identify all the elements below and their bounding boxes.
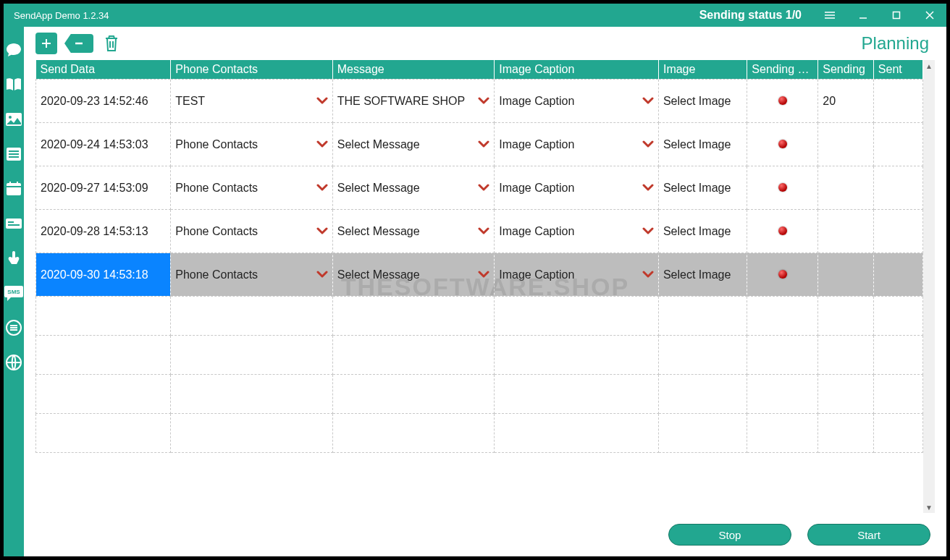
cell-text: Select Message — [337, 225, 420, 238]
col-sent[interactable]: Sent — [873, 60, 922, 80]
sms-icon[interactable]: SMS — [4, 283, 24, 303]
cell-phone-contacts[interactable]: Phone Contacts — [171, 123, 333, 166]
cell-message[interactable]: Select Message — [332, 210, 495, 253]
chevron-down-icon[interactable] — [478, 268, 489, 281]
app-window: SendApp Demo 1.2.34 Sending status 1/0 — [4, 4, 946, 556]
table-row[interactable]: 2020-09-23 14:52:46TESTTHE SOFTWARE SHOP… — [36, 80, 923, 123]
cell-image[interactable]: Select Image — [658, 123, 747, 166]
globe-icon[interactable] — [4, 352, 24, 373]
toolbar: Planning — [24, 27, 946, 60]
chevron-down-icon[interactable] — [642, 95, 654, 108]
svg-text:SMS: SMS — [7, 289, 20, 295]
maximize-button[interactable] — [880, 4, 913, 27]
cell-sending-status — [747, 166, 818, 210]
chat-icon[interactable] — [4, 40, 24, 60]
cell-message[interactable]: THE SOFTWARE SHOP — [332, 80, 495, 123]
cell-image[interactable]: Select Image — [658, 253, 747, 297]
cell-image-caption[interactable]: Image Caption — [495, 253, 659, 297]
table-row[interactable]: 2020-09-24 14:53:03Phone ContactsSelect … — [36, 123, 923, 166]
svg-rect-6 — [17, 182, 18, 184]
chevron-down-icon[interactable] — [478, 225, 489, 238]
col-phone-contacts[interactable]: Phone Contacts — [171, 60, 333, 80]
cell-send-data[interactable]: 2020-09-30 14:53:18 — [36, 253, 171, 297]
remove-button[interactable] — [64, 34, 93, 53]
col-sending-status[interactable]: Sending sta... — [747, 60, 818, 80]
status-dot-icon — [778, 183, 787, 192]
stop-button[interactable]: Stop — [668, 524, 791, 546]
cell-text: Select Message — [337, 138, 420, 151]
cell-text: Select Message — [337, 268, 420, 281]
chevron-down-icon[interactable] — [316, 268, 328, 281]
chevron-down-icon[interactable] — [316, 182, 328, 195]
circle-list-icon[interactable] — [4, 318, 24, 338]
chevron-down-icon[interactable] — [642, 138, 654, 151]
cell-image[interactable]: Select Image — [658, 166, 747, 210]
main-panel: Planning Send Data Phone Contacts — [24, 27, 946, 556]
status-dot-icon — [778, 226, 787, 235]
chevron-down-icon[interactable] — [642, 225, 654, 238]
table-row[interactable]: 2020-09-28 14:53:13Phone ContactsSelect … — [36, 210, 923, 253]
cell-sent — [873, 80, 922, 123]
svg-rect-7 — [6, 219, 22, 229]
cell-image-caption[interactable]: Image Caption — [495, 123, 659, 166]
chevron-down-icon[interactable] — [478, 138, 489, 151]
chevron-down-icon[interactable] — [642, 268, 654, 281]
col-send-data[interactable]: Send Data — [36, 60, 171, 80]
cell-image-caption[interactable]: Image Caption — [495, 210, 659, 253]
cell-message[interactable]: Select Message — [332, 123, 495, 166]
status-dot-icon — [778, 270, 787, 279]
table-row-empty — [36, 414, 923, 453]
cell-image[interactable]: Select Image — [658, 210, 747, 253]
image-icon[interactable] — [4, 109, 24, 130]
cell-sending-status — [747, 210, 818, 253]
touch-icon[interactable] — [4, 248, 24, 268]
chevron-down-icon[interactable] — [478, 182, 489, 195]
status-dot-icon — [778, 140, 787, 148]
cell-message[interactable]: Select Message — [332, 253, 495, 297]
col-image-caption[interactable]: Image Caption — [495, 60, 659, 80]
cell-phone-contacts[interactable]: Phone Contacts — [171, 166, 333, 210]
cell-image[interactable]: Select Image — [658, 80, 747, 123]
chevron-down-icon[interactable] — [316, 95, 328, 108]
chevron-down-icon[interactable] — [316, 225, 328, 238]
close-button[interactable] — [913, 4, 946, 27]
col-sending[interactable]: Sending — [818, 60, 874, 80]
add-button[interactable] — [35, 33, 57, 54]
cell-send-data[interactable]: 2020-09-27 14:53:09 — [36, 166, 171, 210]
cell-message[interactable]: Select Message — [332, 166, 495, 210]
col-message[interactable]: Message — [332, 60, 495, 80]
chevron-down-icon[interactable] — [642, 182, 654, 195]
book-icon[interactable] — [4, 75, 24, 95]
cell-phone-contacts[interactable]: TEST — [171, 80, 333, 123]
cell-send-data[interactable]: 2020-09-24 14:53:03 — [36, 123, 171, 166]
cell-image-caption[interactable]: Image Caption — [495, 80, 659, 123]
cell-phone-contacts[interactable]: Phone Contacts — [171, 210, 333, 253]
footer: Stop Start — [24, 513, 946, 556]
table-row-empty — [36, 375, 923, 414]
cell-send-data[interactable]: 2020-09-28 14:53:13 — [36, 210, 171, 253]
cell-send-data[interactable]: 2020-09-23 14:52:46 — [36, 80, 171, 123]
delete-button[interactable] — [101, 33, 122, 54]
menu-icon[interactable] — [813, 4, 846, 27]
cell-sending — [818, 210, 874, 253]
cell-text: Phone Contacts — [175, 268, 258, 281]
scroll-down-icon[interactable]: ▼ — [923, 501, 935, 513]
calendar-icon[interactable] — [4, 179, 24, 199]
table-row[interactable]: 2020-09-27 14:53:09Phone ContactsSelect … — [36, 166, 923, 210]
scroll-up-icon[interactable]: ▲ — [923, 60, 935, 72]
cell-sending — [818, 123, 874, 166]
table-row-empty — [36, 297, 923, 336]
table-row[interactable]: 2020-09-30 14:53:18Phone ContactsSelect … — [36, 253, 923, 297]
chevron-down-icon[interactable] — [478, 95, 489, 108]
start-button[interactable]: Start — [807, 524, 930, 546]
minimize-button[interactable] — [846, 4, 880, 27]
cell-phone-contacts[interactable]: Phone Contacts — [171, 253, 333, 297]
cell-text: Phone Contacts — [175, 182, 258, 195]
card-icon[interactable] — [4, 213, 24, 234]
chevron-down-icon[interactable] — [316, 138, 328, 151]
list-icon[interactable] — [4, 144, 24, 164]
vertical-scrollbar[interactable]: ▲ ▼ — [923, 60, 935, 513]
cell-image-caption[interactable]: Image Caption — [495, 166, 659, 210]
col-image[interactable]: Image — [658, 60, 747, 80]
planning-table: Send Data Phone Contacts Message Image C… — [35, 60, 923, 453]
